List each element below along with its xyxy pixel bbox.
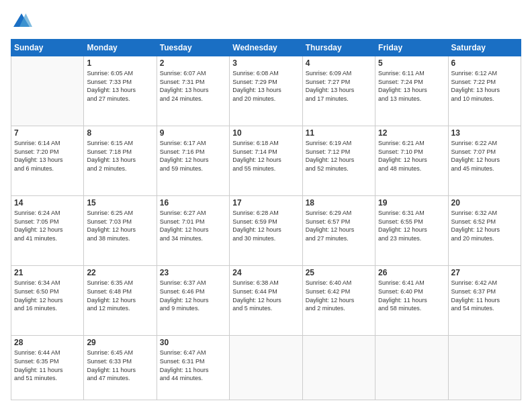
day-number: 13 <box>451 128 518 138</box>
day-info: Sunrise: 6:08 AM Sunset: 7:29 PM Dayligh… <box>232 69 299 103</box>
day-number: 8 <box>87 128 153 138</box>
day-header: Tuesday <box>157 40 229 56</box>
day-number: 25 <box>306 268 372 277</box>
calendar-cell: 24Sunrise: 6:38 AM Sunset: 6:44 PM Dayli… <box>230 266 302 336</box>
day-number: 24 <box>232 268 299 277</box>
calendar-cell <box>230 336 302 400</box>
day-number: 14 <box>14 198 81 208</box>
day-number: 2 <box>160 58 226 68</box>
day-header: Sunday <box>11 40 84 56</box>
day-number: 19 <box>378 198 445 208</box>
calendar-cell <box>11 56 84 126</box>
day-header: Thursday <box>302 40 375 56</box>
calendar-cell: 17Sunrise: 6:28 AM Sunset: 6:59 PM Dayli… <box>230 196 302 266</box>
day-info: Sunrise: 6:14 AM Sunset: 7:20 PM Dayligh… <box>14 139 81 173</box>
day-info: Sunrise: 6:24 AM Sunset: 7:05 PM Dayligh… <box>14 209 81 242</box>
day-number: 1 <box>87 58 153 68</box>
day-number: 5 <box>378 58 445 68</box>
day-number: 11 <box>306 128 372 138</box>
day-info: Sunrise: 6:34 AM Sunset: 6:50 PM Dayligh… <box>14 279 81 312</box>
day-info: Sunrise: 6:31 AM Sunset: 6:55 PM Dayligh… <box>378 209 445 242</box>
day-number: 23 <box>160 268 226 277</box>
week-row: 28Sunrise: 6:44 AM Sunset: 6:35 PM Dayli… <box>11 336 521 400</box>
day-number: 16 <box>160 198 226 208</box>
day-info: Sunrise: 6:37 AM Sunset: 6:46 PM Dayligh… <box>160 279 226 312</box>
day-number: 27 <box>451 268 518 277</box>
calendar-cell: 3Sunrise: 6:08 AM Sunset: 7:29 PM Daylig… <box>230 56 302 126</box>
day-info: Sunrise: 6:22 AM Sunset: 7:07 PM Dayligh… <box>451 139 518 173</box>
calendar-cell: 16Sunrise: 6:27 AM Sunset: 7:01 PM Dayli… <box>157 196 229 266</box>
day-info: Sunrise: 6:21 AM Sunset: 7:10 PM Dayligh… <box>378 139 445 173</box>
day-info: Sunrise: 6:38 AM Sunset: 6:44 PM Dayligh… <box>232 279 299 312</box>
day-number: 15 <box>87 198 153 208</box>
day-info: Sunrise: 6:45 AM Sunset: 6:33 PM Dayligh… <box>87 349 153 382</box>
calendar: SundayMondayTuesdayWednesdayThursdayFrid… <box>11 39 521 400</box>
calendar-cell: 1Sunrise: 6:05 AM Sunset: 7:33 PM Daylig… <box>84 56 157 126</box>
day-header: Monday <box>84 40 157 56</box>
day-info: Sunrise: 6:05 AM Sunset: 7:33 PM Dayligh… <box>87 69 153 103</box>
day-number: 28 <box>14 338 81 347</box>
day-info: Sunrise: 6:15 AM Sunset: 7:18 PM Dayligh… <box>87 139 153 173</box>
calendar-cell: 2Sunrise: 6:07 AM Sunset: 7:31 PM Daylig… <box>157 56 229 126</box>
day-number: 3 <box>232 58 299 68</box>
day-number: 29 <box>87 338 153 347</box>
page: SundayMondayTuesdayWednesdayThursdayFrid… <box>0 0 532 411</box>
logo <box>11 11 35 32</box>
calendar-cell: 26Sunrise: 6:41 AM Sunset: 6:40 PM Dayli… <box>375 266 448 336</box>
header-row: SundayMondayTuesdayWednesdayThursdayFrid… <box>11 40 521 56</box>
week-row: 1Sunrise: 6:05 AM Sunset: 7:33 PM Daylig… <box>11 56 521 126</box>
day-number: 9 <box>160 128 226 138</box>
day-number: 10 <box>232 128 299 138</box>
day-info: Sunrise: 6:11 AM Sunset: 7:24 PM Dayligh… <box>378 69 445 103</box>
day-number: 12 <box>378 128 445 138</box>
calendar-cell: 30Sunrise: 6:47 AM Sunset: 6:31 PM Dayli… <box>157 336 229 400</box>
calendar-cell: 10Sunrise: 6:18 AM Sunset: 7:14 PM Dayli… <box>230 126 302 196</box>
day-number: 21 <box>14 268 81 277</box>
day-info: Sunrise: 6:12 AM Sunset: 7:22 PM Dayligh… <box>451 69 518 103</box>
day-number: 6 <box>451 58 518 68</box>
day-header: Friday <box>375 40 448 56</box>
day-info: Sunrise: 6:40 AM Sunset: 6:42 PM Dayligh… <box>306 279 372 312</box>
day-info: Sunrise: 6:07 AM Sunset: 7:31 PM Dayligh… <box>160 69 226 103</box>
calendar-cell: 20Sunrise: 6:32 AM Sunset: 6:52 PM Dayli… <box>448 196 521 266</box>
calendar-cell: 18Sunrise: 6:29 AM Sunset: 6:57 PM Dayli… <box>302 196 375 266</box>
calendar-cell: 23Sunrise: 6:37 AM Sunset: 6:46 PM Dayli… <box>157 266 229 336</box>
day-info: Sunrise: 6:41 AM Sunset: 6:40 PM Dayligh… <box>378 279 445 312</box>
calendar-cell: 28Sunrise: 6:44 AM Sunset: 6:35 PM Dayli… <box>11 336 84 400</box>
day-info: Sunrise: 6:19 AM Sunset: 7:12 PM Dayligh… <box>306 139 372 173</box>
day-info: Sunrise: 6:25 AM Sunset: 7:03 PM Dayligh… <box>87 209 153 242</box>
day-number: 26 <box>378 268 445 277</box>
calendar-cell: 14Sunrise: 6:24 AM Sunset: 7:05 PM Dayli… <box>11 196 84 266</box>
calendar-cell: 29Sunrise: 6:45 AM Sunset: 6:33 PM Dayli… <box>84 336 157 400</box>
day-info: Sunrise: 6:29 AM Sunset: 6:57 PM Dayligh… <box>306 209 372 242</box>
calendar-cell: 5Sunrise: 6:11 AM Sunset: 7:24 PM Daylig… <box>375 56 448 126</box>
calendar-cell: 8Sunrise: 6:15 AM Sunset: 7:18 PM Daylig… <box>84 126 157 196</box>
calendar-cell: 22Sunrise: 6:35 AM Sunset: 6:48 PM Dayli… <box>84 266 157 336</box>
calendar-cell: 15Sunrise: 6:25 AM Sunset: 7:03 PM Dayli… <box>84 196 157 266</box>
calendar-cell: 11Sunrise: 6:19 AM Sunset: 7:12 PM Dayli… <box>302 126 375 196</box>
day-number: 22 <box>87 268 153 277</box>
calendar-cell <box>302 336 375 400</box>
calendar-cell: 13Sunrise: 6:22 AM Sunset: 7:07 PM Dayli… <box>448 126 521 196</box>
day-info: Sunrise: 6:09 AM Sunset: 7:27 PM Dayligh… <box>306 69 372 103</box>
day-number: 4 <box>306 58 372 68</box>
calendar-cell: 4Sunrise: 6:09 AM Sunset: 7:27 PM Daylig… <box>302 56 375 126</box>
calendar-cell: 6Sunrise: 6:12 AM Sunset: 7:22 PM Daylig… <box>448 56 521 126</box>
day-number: 17 <box>232 198 299 208</box>
calendar-cell: 12Sunrise: 6:21 AM Sunset: 7:10 PM Dayli… <box>375 126 448 196</box>
day-header: Saturday <box>448 40 521 56</box>
calendar-cell: 27Sunrise: 6:42 AM Sunset: 6:37 PM Dayli… <box>448 266 521 336</box>
day-number: 20 <box>451 198 518 208</box>
week-row: 21Sunrise: 6:34 AM Sunset: 6:50 PM Dayli… <box>11 266 521 336</box>
day-info: Sunrise: 6:18 AM Sunset: 7:14 PM Dayligh… <box>232 139 299 173</box>
header <box>11 11 521 32</box>
calendar-cell <box>448 336 521 400</box>
day-number: 30 <box>160 338 226 347</box>
day-info: Sunrise: 6:44 AM Sunset: 6:35 PM Dayligh… <box>14 349 81 382</box>
week-row: 7Sunrise: 6:14 AM Sunset: 7:20 PM Daylig… <box>11 126 521 196</box>
day-info: Sunrise: 6:27 AM Sunset: 7:01 PM Dayligh… <box>160 209 226 242</box>
day-number: 7 <box>14 128 81 138</box>
day-info: Sunrise: 6:32 AM Sunset: 6:52 PM Dayligh… <box>451 209 518 242</box>
day-info: Sunrise: 6:47 AM Sunset: 6:31 PM Dayligh… <box>160 349 226 382</box>
day-info: Sunrise: 6:28 AM Sunset: 6:59 PM Dayligh… <box>232 209 299 242</box>
